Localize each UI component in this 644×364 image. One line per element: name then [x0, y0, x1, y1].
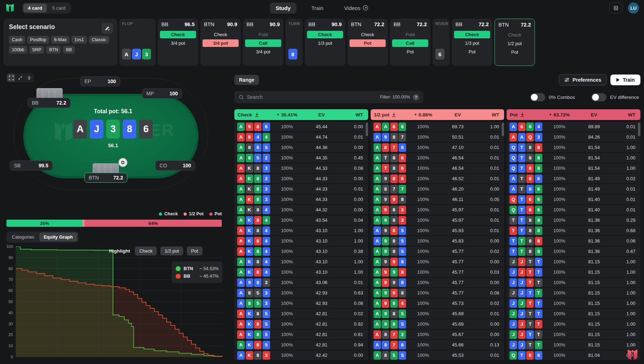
combo-row[interactable]: AK85100%42.810.94 [234, 340, 368, 350]
combo-row[interactable]: QT66100%81.400.01 [507, 205, 640, 215]
combo-row[interactable]: A876100%47.100.01 [371, 143, 504, 152]
action-option[interactable]: Pot [497, 48, 532, 56]
combo-row[interactable]: A664100%89.890.01 [507, 122, 640, 131]
combo-row[interactable]: A985100%45.690.01 [371, 309, 504, 318]
combo-row[interactable]: JJTT100%81.151.00 [507, 267, 640, 277]
combo-row[interactable]: AK84100%43.540.04 [234, 215, 368, 225]
combo-row[interactable]: QT66100%81.040.01 [507, 350, 640, 360]
combo-row[interactable]: JJTT100%81.151.00 [507, 340, 640, 350]
combo-row[interactable]: A986100%45.440.00 [234, 122, 368, 131]
action-option[interactable]: 3/4 pot [160, 39, 196, 47]
combo-row[interactable]: A998100%45.770.00 [371, 278, 504, 287]
combo-row[interactable]: AK85100%42.810.61 [234, 330, 368, 339]
action-option[interactable]: 3/4 pot [203, 39, 239, 47]
train-button[interactable]: Train [610, 75, 640, 85]
scenario-tag[interactable]: 100bb [9, 46, 27, 54]
combo-row[interactable]: AT86100%46.540.01 [371, 153, 504, 163]
scenario-tag[interactable]: Postflop [27, 36, 49, 44]
combo-row[interactable]: TT88100%81.360.29 [507, 215, 640, 225]
combo-row[interactable]: AK83100%42.420.00 [234, 350, 368, 360]
brand-float-icon[interactable] [626, 348, 639, 361]
combo-row[interactable]: AT66100%81.490.02 [507, 174, 640, 183]
column-header-Pot[interactable]: Pot▼63.72%EVWT [507, 109, 640, 120]
combo-row[interactable]: A987100%50.510.01 [371, 132, 504, 142]
combo-row[interactable]: A876100%45.660.13 [371, 340, 504, 350]
nav-study[interactable]: Study [270, 3, 297, 14]
combo-row[interactable]: A877100%46.200.00 [371, 184, 504, 194]
combo-row[interactable]: AK84100%43.101.00 [234, 226, 368, 235]
combo-row[interactable]: A984100%45.730.02 [371, 298, 504, 308]
combo-row[interactable]: A853100%42.930.63 [234, 288, 368, 298]
combo-row[interactable]: A985100%45.690.00 [371, 319, 504, 329]
combo-row[interactable]: QT88100%81.541.00 [507, 153, 640, 163]
combo-row[interactable]: A985100%45.770.02 [371, 246, 504, 256]
action-option[interactable]: Fold [245, 31, 281, 38]
action-option[interactable]: 1/3 pot [454, 39, 490, 47]
action-option[interactable]: Fold [392, 31, 428, 38]
column-header-Check[interactable]: Check▼35.41%EVWT [234, 109, 368, 120]
combo-row[interactable]: AK85100%42.810.92 [234, 319, 368, 329]
combo-row[interactable]: AK83100%44.330.08 [234, 163, 368, 173]
combo-row[interactable]: A985100%45.830.01 [371, 226, 504, 235]
scrollbar-thumb[interactable] [502, 123, 504, 136]
filter-help-icon[interactable]: ? [413, 94, 419, 100]
scenario-tag[interactable]: 6-Max [51, 36, 69, 44]
combo-row[interactable]: QT88100%81.541.00 [507, 143, 640, 152]
collapse-button[interactable] [16, 74, 24, 82]
combo-row[interactable]: QT88100%81.541.00 [507, 163, 640, 173]
avatar[interactable]: LU [628, 3, 639, 14]
action-option[interactable]: Pot [392, 48, 428, 56]
combo-row[interactable]: AK84100%43.101.00 [234, 257, 368, 267]
app-logo-icon[interactable] [5, 3, 15, 13]
combo-row[interactable]: JJTT100%81.151.00 [507, 309, 640, 318]
toggle-track[interactable] [530, 93, 545, 101]
combo-row[interactable]: AK84100%43.101.00 [234, 267, 368, 277]
toggle-evdifference[interactable]: EV difference [591, 93, 639, 101]
scenario-tag[interactable]: BB [63, 46, 75, 54]
combo-row[interactable]: A983100%45.970.01 [371, 205, 504, 215]
tab-categories[interactable]: Categories [8, 233, 39, 241]
combo-row[interactable]: A998100%46.110.05 [371, 195, 504, 204]
nav-train[interactable]: Train [306, 3, 329, 14]
combo-row[interactable]: AT86100%46.540.01 [371, 163, 504, 173]
preferences-button[interactable]: Preferences [559, 74, 606, 86]
edit-scenario-button[interactable] [102, 23, 113, 34]
combo-row[interactable]: JJTT100%81.151.00 [507, 330, 640, 339]
combo-row[interactable]: A998100%45.770.00 [371, 257, 504, 267]
action-option[interactable]: Call [245, 39, 281, 47]
combo-row[interactable]: QT66100%81.400.01 [507, 195, 640, 204]
range-button[interactable]: Range [234, 75, 259, 85]
action-option[interactable]: Check [497, 31, 532, 39]
action-option[interactable]: 1/2 pot [497, 40, 532, 47]
combo-row[interactable]: A983100%43.060.01 [234, 278, 368, 287]
combo-row[interactable]: A853100%42.930.08 [234, 298, 368, 308]
search-input[interactable] [247, 94, 377, 100]
combo-row[interactable]: AT66100%81.490.01 [507, 184, 640, 194]
combo-row[interactable]: A998100%45.770.08 [371, 288, 504, 298]
action-option[interactable]: Check [160, 31, 196, 38]
scenario-tag[interactable]: 1vs1 [72, 36, 87, 44]
action-option[interactable]: Check [203, 31, 239, 38]
scenario-tag[interactable]: SRP [29, 46, 44, 54]
card-tab-5card[interactable]: 5 card [48, 4, 70, 13]
scenario-tag[interactable]: BTN [46, 46, 61, 54]
screenshot-button[interactable] [609, 3, 622, 13]
combo-row[interactable]: A855100%45.530.01 [371, 350, 504, 360]
combo-row[interactable]: JJTT100%81.151.00 [507, 288, 640, 298]
combo-row[interactable]: AK83100%44.330.00 [234, 174, 368, 183]
combo-row[interactable]: AK84100%43.101.00 [234, 236, 368, 246]
action-option[interactable]: 3/4 pot [245, 48, 281, 56]
center-vertical-button[interactable] [25, 74, 33, 82]
action-option[interactable]: 1/3 pot [307, 39, 343, 47]
combo-row[interactable]: A872100%45.670.00 [371, 330, 504, 339]
toggle-0combos[interactable]: 0% Combos [530, 93, 575, 101]
combo-row[interactable]: AK84100%44.320.00 [234, 205, 368, 215]
card-tab-4card[interactable]: 4 card [23, 4, 47, 13]
combo-row[interactable]: JJTT100%81.151.00 [507, 278, 640, 287]
scenario-tag[interactable]: Cash [9, 36, 25, 44]
combo-row[interactable]: A844100%44.740.01 [234, 132, 368, 142]
combo-row[interactable]: AAQ3100%84.260.01 [507, 132, 640, 142]
combo-row[interactable]: TT88100%81.360.47 [507, 246, 640, 256]
fullscreen-button[interactable] [7, 74, 15, 82]
combo-row[interactable]: AA66100%69.731.00 [371, 122, 504, 131]
